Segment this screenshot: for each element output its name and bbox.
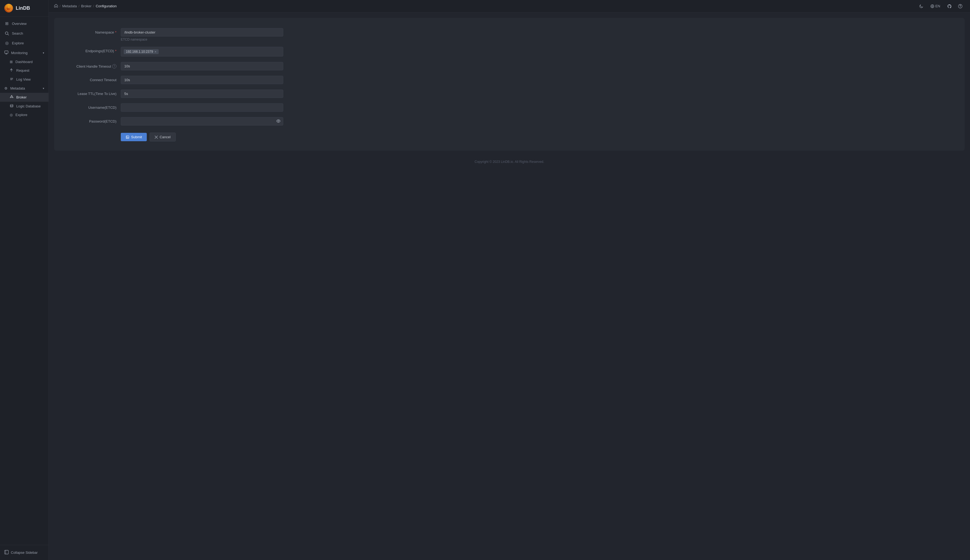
client-handle-timeout-input[interactable] bbox=[121, 62, 283, 70]
username-input[interactable] bbox=[121, 103, 283, 112]
github-button[interactable] bbox=[945, 2, 954, 10]
logview-icon bbox=[10, 77, 13, 82]
footer: Copyright © 2023 LinDB.io. All Rights Re… bbox=[49, 156, 970, 167]
broker-icon bbox=[10, 95, 13, 100]
sidebar-item-dashboard[interactable]: ⊞ Dashboard bbox=[0, 58, 48, 66]
overview-icon: ⊞ bbox=[4, 21, 9, 26]
sidebar-item-explore-meta[interactable]: ◎ Explore bbox=[0, 111, 48, 119]
password-input[interactable] bbox=[121, 117, 283, 125]
svg-rect-3 bbox=[5, 51, 8, 53]
explore-icon: ◎ bbox=[4, 41, 9, 45]
metadata-chevron-icon: ▾ bbox=[43, 87, 44, 90]
sidebar-item-logview[interactable]: Log View bbox=[0, 75, 48, 84]
explore-meta-icon: ◎ bbox=[10, 113, 13, 117]
breadcrumb: / Metadata / Broker / Configuration bbox=[54, 4, 117, 8]
logic-database-label: Logic Database bbox=[16, 104, 41, 108]
lease-ttl-input[interactable] bbox=[121, 90, 283, 98]
submit-label: Submit bbox=[131, 135, 142, 139]
svg-point-13 bbox=[10, 97, 11, 98]
sidebar-item-search-label: Search bbox=[12, 32, 23, 35]
password-row: Password(ETCD) bbox=[54, 115, 965, 128]
form-actions: Submit Cancel bbox=[54, 128, 965, 143]
namespace-input[interactable] bbox=[121, 28, 283, 37]
username-label: Username(ETCD) bbox=[62, 103, 117, 110]
sidebar-item-explore[interactable]: ◎ Explore bbox=[0, 38, 48, 48]
username-control bbox=[121, 103, 283, 112]
cancel-button[interactable]: Cancel bbox=[149, 133, 176, 142]
breadcrumb-sep-3: / bbox=[93, 4, 94, 8]
client-handle-timeout-label: Client Handle Timeout ? bbox=[62, 62, 117, 68]
endpoint-tag-remove[interactable]: × bbox=[155, 50, 156, 53]
client-handle-timeout-help-icon[interactable]: ? bbox=[112, 64, 117, 68]
connect-timeout-input[interactable] bbox=[121, 76, 283, 84]
footer-text: Copyright © 2023 LinDB.io. All Rights Re… bbox=[475, 160, 544, 164]
namespace-label: Namespace * bbox=[62, 28, 117, 34]
topbar: / Metadata / Broker / Configuration EN bbox=[49, 0, 970, 12]
password-toggle-icon[interactable] bbox=[276, 119, 281, 124]
sidebar-item-explore-label: Explore bbox=[12, 41, 24, 45]
metadata-label: Metadata bbox=[10, 86, 25, 90]
request-icon bbox=[10, 68, 13, 73]
sidebar-section-metadata[interactable]: ⚙ Metadata ▾ bbox=[0, 84, 48, 93]
breadcrumb-broker[interactable]: Broker bbox=[81, 4, 91, 8]
namespace-hint: ETCD namespace bbox=[121, 38, 283, 42]
submit-button[interactable]: Submit bbox=[121, 133, 147, 141]
svg-rect-18 bbox=[5, 550, 8, 554]
monitoring-subnav: ⊞ Dashboard Request bbox=[0, 58, 48, 84]
endpoints-tag-input[interactable]: 192.168.1.10:2379 × bbox=[121, 47, 283, 57]
breadcrumb-metadata[interactable]: Metadata bbox=[62, 4, 77, 8]
monitoring-icon bbox=[4, 50, 8, 55]
client-handle-timeout-row: Client Handle Timeout ? bbox=[54, 59, 965, 73]
sidebar-item-request[interactable]: Request bbox=[0, 66, 48, 75]
lease-ttl-label: Lease TTL(Time To Live) bbox=[62, 90, 117, 96]
username-row: Username(ETCD) bbox=[54, 101, 965, 115]
app-name: LinDB bbox=[16, 5, 30, 11]
svg-point-17 bbox=[10, 105, 13, 105]
explore-meta-label: Explore bbox=[15, 113, 27, 117]
sidebar-bottom: Collapse Sidebar bbox=[0, 545, 48, 560]
connect-timeout-control bbox=[121, 76, 283, 84]
form-card: Namespace * ETCD namespace Endpoings(ETC… bbox=[54, 18, 965, 151]
connect-timeout-label: Connect Timeout bbox=[62, 76, 117, 82]
collapse-icon bbox=[4, 550, 9, 555]
collapse-sidebar-button[interactable]: Collapse Sidebar bbox=[4, 548, 44, 557]
sidebar-section-monitoring[interactable]: Monitoring ▾ bbox=[0, 48, 48, 58]
dark-mode-button[interactable] bbox=[917, 2, 926, 10]
home-icon[interactable] bbox=[54, 4, 58, 8]
endpoints-row: Endpoings(ETCD) * 192.168.1.10:2379 × bbox=[54, 44, 965, 59]
breadcrumb-sep-2: / bbox=[79, 4, 80, 8]
request-label: Request bbox=[16, 68, 29, 73]
app-logo-icon bbox=[4, 4, 13, 12]
sidebar-item-search[interactable]: Search bbox=[0, 28, 48, 38]
password-label: Password(ETCD) bbox=[62, 117, 117, 123]
sidebar-logo: LinDB bbox=[0, 0, 48, 17]
dashboard-label: Dashboard bbox=[15, 60, 33, 64]
sidebar-item-overview-label: Overview bbox=[12, 22, 27, 26]
endpoint-tag-value: 192.168.1.10:2379 bbox=[126, 50, 153, 53]
sidebar: LinDB ⊞ Overview Search ◎ Explore bbox=[0, 0, 49, 560]
sidebar-nav: ⊞ Overview Search ◎ Explore bbox=[0, 17, 48, 545]
sidebar-item-logic-database[interactable]: Logic Database bbox=[0, 102, 48, 111]
logview-label: Log View bbox=[16, 77, 30, 82]
password-control bbox=[121, 117, 283, 125]
svg-point-12 bbox=[12, 97, 13, 98]
svg-point-24 bbox=[278, 120, 279, 122]
monitoring-chevron-icon: ▾ bbox=[43, 52, 44, 54]
client-handle-timeout-control bbox=[121, 62, 283, 70]
endpoint-tag: 192.168.1.10:2379 × bbox=[124, 49, 159, 54]
svg-line-2 bbox=[8, 34, 9, 35]
svg-point-11 bbox=[12, 95, 12, 96]
sidebar-item-broker[interactable]: Broker bbox=[0, 93, 48, 102]
namespace-row: Namespace * ETCD namespace bbox=[54, 25, 965, 44]
namespace-required: * bbox=[115, 30, 117, 34]
broker-label: Broker bbox=[16, 95, 27, 99]
endpoints-label: Endpoings(ETCD) * bbox=[62, 47, 117, 53]
search-icon bbox=[4, 31, 9, 36]
cancel-label: Cancel bbox=[159, 135, 171, 139]
help-button[interactable] bbox=[956, 2, 965, 10]
metadata-icon: ⚙ bbox=[4, 86, 8, 90]
dashboard-icon: ⊞ bbox=[10, 60, 13, 64]
sidebar-item-overview[interactable]: ⊞ Overview bbox=[0, 19, 48, 28]
language-button[interactable]: EN bbox=[928, 2, 943, 10]
svg-rect-25 bbox=[126, 136, 129, 138]
